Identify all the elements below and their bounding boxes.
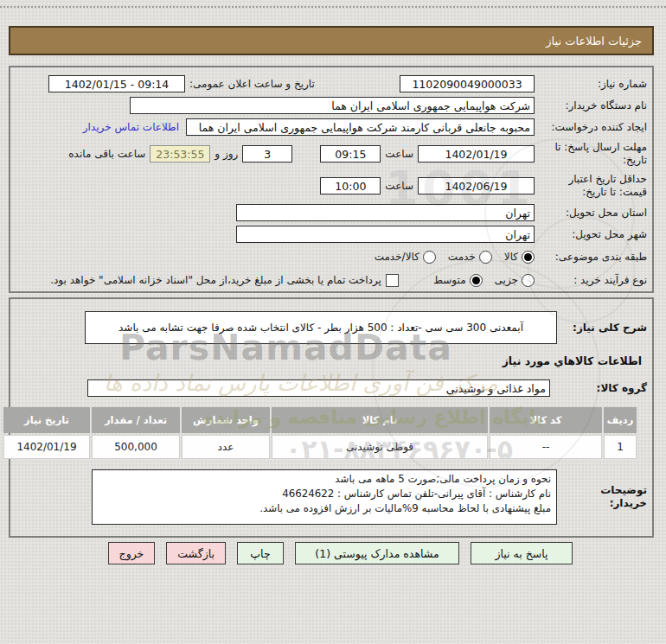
deadline-time-field[interactable]: 09:15 bbox=[320, 145, 381, 163]
cell-count-unit: عدد bbox=[182, 435, 270, 459]
deadline-hour-label: ساعت bbox=[385, 148, 413, 160]
need-desc-field[interactable]: آبمعدنی 300 سی سی -تعداد : 500 هزار بطر … bbox=[85, 311, 557, 344]
table-row[interactable]: 1 -- قوطی نوشیدنی عدد 500,000 1402/01/19 bbox=[26, 435, 637, 459]
need-desc-label: شرح کلی نیاز: bbox=[557, 322, 647, 335]
cell-need-date: 1402/01/19 bbox=[3, 435, 90, 459]
back-button[interactable]: بازگشت bbox=[166, 542, 226, 564]
creator-field[interactable]: محبوبه جانعلی قربانی کارمند شرکت هواپیما… bbox=[186, 118, 535, 136]
cell-row-number: 1 bbox=[604, 435, 637, 459]
buyer-notes-line1: نحوه و زمان پرداخت مالی;صورت 5 ماهه می ب… bbox=[98, 472, 551, 487]
validity-date-field[interactable]: 1402/06/19 bbox=[418, 177, 535, 194]
buyer-contact-link[interactable]: اطلاعات تماس خریدار bbox=[83, 121, 179, 133]
announce-datetime-field[interactable]: 1402/01/15 - 09:14 bbox=[48, 75, 185, 92]
deadline-date-field[interactable]: 1402/01/19 bbox=[418, 145, 535, 163]
need-number-label: شماره نیاز: bbox=[535, 78, 647, 91]
treasury-checkbox-label: پرداخت تمام یا بخشی از مبلغ خرید،از محل … bbox=[50, 274, 381, 286]
time-remaining-field: 23:53:55 bbox=[150, 145, 210, 163]
radio-medium-label: متوسط bbox=[433, 274, 466, 286]
row-deadline: مهلت ارسال پاسخ: تا تاریخ: 1402/01/19 سا… bbox=[10, 140, 647, 168]
page-title: جزئیات اطلاعات نیاز bbox=[9, 26, 654, 55]
row-goods-group: گروه کالا: مواد غذائی و نوشیدنی bbox=[10, 379, 647, 397]
goods-heading: اطلاعات کالاهاي مورد نیاز bbox=[10, 354, 642, 367]
cell-quantity: 500,000 bbox=[92, 435, 180, 459]
radio-medium[interactable] bbox=[470, 274, 483, 287]
radio-goods-service[interactable] bbox=[423, 251, 436, 264]
creator-label: ایجاد کننده درخواست: bbox=[535, 121, 647, 134]
goods-group-label: گروه کالا: bbox=[550, 382, 647, 395]
radio-goods[interactable] bbox=[522, 251, 535, 264]
radio-goods-service-label: کالا/خدمت bbox=[375, 251, 419, 263]
col-goods-code: کد کالا bbox=[490, 407, 602, 433]
col-row-number: ردیف bbox=[604, 407, 637, 433]
radio-partial[interactable] bbox=[522, 274, 535, 287]
announce-label: تاریخ و ساعت اعلان عمومی: bbox=[189, 78, 315, 90]
need-number-field[interactable]: 1102090049000033 bbox=[400, 75, 535, 92]
buyer-notes-field[interactable]: نحوه و زمان پرداخت مالی;صورت 5 ماهه می ب… bbox=[92, 469, 557, 525]
validity-hour-label: ساعت bbox=[385, 180, 413, 192]
validity-label: حداقل تاریخ اعتبار قیمت: تا تاریخ: bbox=[535, 173, 647, 199]
col-goods-name: نام کالا bbox=[272, 407, 488, 433]
top-dotted-divider bbox=[0, 6, 666, 8]
need-details-page: { "header": { "title": "جزئیات اطلاعات ن… bbox=[0, 0, 666, 644]
cell-goods-name: قوطی نوشیدنی bbox=[272, 435, 488, 459]
days-remaining-field: 3 bbox=[242, 145, 292, 163]
radio-goods-label: کالا bbox=[504, 251, 518, 263]
buyer-notes-label: توضیحات خریدار: bbox=[557, 484, 647, 510]
goods-table-header: ردیف کد کالا نام کالا واحد شمارش تعداد /… bbox=[26, 407, 637, 433]
radio-partial-label: جزیی bbox=[495, 274, 518, 286]
city-field[interactable]: تهران bbox=[236, 226, 535, 243]
need-info-panel: شماره نیاز: 1102090049000033 تاریخ و ساع… bbox=[9, 66, 654, 293]
action-buttons: پاسخ به نیاز مشاهده مدارک پیوستی (1) چاپ… bbox=[108, 542, 573, 564]
view-attachments-button[interactable]: مشاهده مدارک پیوستی (1) bbox=[295, 542, 459, 564]
row-province: استان محل تحویل: تهران bbox=[10, 204, 647, 221]
goods-info-panel: شرح کلی نیاز: آبمعدنی 300 سی سی -تعداد :… bbox=[9, 297, 654, 538]
row-price-validity: حداقل تاریخ اعتبار قیمت: تا تاریخ: 1402/… bbox=[10, 172, 647, 200]
city-label: شهر محل تحویل: bbox=[535, 228, 647, 241]
radio-service-label: خدمت bbox=[448, 251, 476, 263]
buyer-org-field[interactable]: شرکت هواپیمایی جمهوری اسلامی ایران هما bbox=[130, 97, 535, 114]
treasury-checkbox[interactable] bbox=[386, 274, 399, 287]
col-count-unit: واحد شمارش bbox=[182, 407, 270, 433]
row-buyer-org: نام دستگاه خریدار: شرکت هواپیمایی جمهوری… bbox=[10, 97, 647, 114]
respond-to-need-button[interactable]: پاسخ به نیاز bbox=[471, 542, 573, 564]
row-buyer-notes: توضیحات خریدار: نحوه و زمان پرداخت مالی;… bbox=[10, 469, 647, 525]
exit-button[interactable]: خروج bbox=[108, 542, 156, 564]
province-field[interactable]: تهران bbox=[236, 204, 535, 221]
col-need-date: تاریخ نیاز bbox=[3, 407, 90, 433]
row-creator: ایجاد کننده درخواست: محبوبه جانعلی قربان… bbox=[10, 118, 647, 136]
province-label: استان محل تحویل: bbox=[535, 207, 647, 220]
classification-label: طبقه بندی موضوعی: bbox=[535, 251, 647, 264]
validity-time-field[interactable]: 10:00 bbox=[320, 177, 381, 194]
deadline-label: مهلت ارسال پاسخ: تا تاریخ: bbox=[535, 141, 647, 167]
page-title-text: جزئیات اطلاعات نیاز bbox=[546, 35, 642, 48]
remaining-label: ساعت باقی مانده bbox=[68, 148, 145, 160]
buyer-notes-line3: مبلغ پیشنهادی با لحاظ محاسبه 9%مالیات بر… bbox=[98, 501, 551, 516]
days-and-label: روز و bbox=[215, 148, 238, 160]
radio-service[interactable] bbox=[479, 251, 492, 264]
goods-table: ردیف کد کالا نام کالا واحد شمارش تعداد /… bbox=[26, 407, 637, 459]
row-process-type: نوع فرآیند خرید : جزیی متوسط پرداخت تمام… bbox=[10, 271, 647, 290]
row-need-number: شماره نیاز: 1102090049000033 تاریخ و ساع… bbox=[10, 75, 647, 92]
goods-group-field[interactable]: مواد غذائی و نوشیدنی bbox=[87, 379, 550, 397]
col-quantity: تعداد / مقدار bbox=[92, 407, 180, 433]
row-need-desc: شرح کلی نیاز: آبمعدنی 300 سی سی -تعداد :… bbox=[10, 311, 647, 344]
row-city: شهر محل تحویل: تهران bbox=[10, 226, 647, 243]
process-label: نوع فرآیند خرید : bbox=[535, 274, 647, 287]
cell-goods-code: -- bbox=[490, 435, 602, 459]
print-button[interactable]: چاپ bbox=[237, 542, 284, 564]
buyer-org-label: نام دستگاه خریدار: bbox=[535, 99, 647, 112]
row-classification: طبقه بندی موضوعی: کالا خدمت کالا/خدمت bbox=[10, 247, 647, 266]
buyer-notes-line2: نام کارشناس : آقای پیرانی-تلفن تماس کارش… bbox=[98, 487, 551, 501]
